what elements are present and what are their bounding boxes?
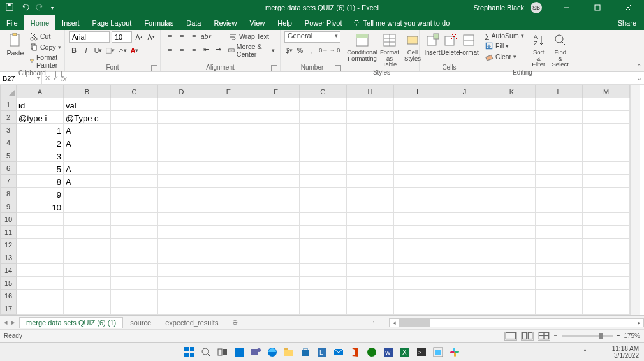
cell[interactable]: [394, 213, 441, 226]
font-name-combo[interactable]: [69, 31, 110, 43]
cell[interactable]: [252, 213, 300, 226]
cell[interactable]: [205, 277, 252, 290]
column-header[interactable]: I: [394, 85, 441, 98]
cell[interactable]: A: [64, 162, 111, 175]
cell[interactable]: [488, 136, 536, 149]
cell[interactable]: A: [64, 136, 111, 149]
cell[interactable]: [441, 188, 488, 200]
cell[interactable]: [252, 226, 300, 239]
underline-button[interactable]: U▾: [93, 45, 103, 55]
cell[interactable]: [205, 251, 252, 264]
sheet-nav-next-icon[interactable]: ▸: [11, 318, 15, 327]
cell[interactable]: [300, 124, 347, 136]
cell[interactable]: [111, 239, 158, 251]
cell[interactable]: [583, 111, 630, 124]
cell[interactable]: [205, 124, 252, 136]
cell[interactable]: [158, 277, 205, 290]
cell[interactable]: [347, 251, 394, 264]
cell[interactable]: [17, 251, 64, 264]
cell[interactable]: [64, 277, 111, 290]
align-left-icon[interactable]: ≡: [165, 44, 175, 54]
office-icon[interactable]: [349, 346, 361, 358]
fill-button[interactable]: Fill▾: [483, 41, 525, 51]
cell[interactable]: [441, 200, 488, 213]
cell[interactable]: [300, 149, 347, 162]
row-header[interactable]: 17: [1, 302, 17, 315]
user-name[interactable]: Stephanie Black: [474, 4, 525, 11]
cell[interactable]: [583, 302, 630, 315]
zoom-in-button[interactable]: +: [617, 332, 620, 339]
cut-button[interactable]: Cut: [28, 31, 62, 41]
cell[interactable]: [583, 188, 630, 200]
cell[interactable]: [252, 251, 300, 264]
cell[interactable]: [488, 149, 536, 162]
cell[interactable]: [536, 264, 583, 277]
cell[interactable]: [536, 200, 583, 213]
cell[interactable]: [488, 290, 536, 302]
row-header[interactable]: 7: [1, 175, 17, 188]
cell[interactable]: [441, 226, 488, 239]
taskview-icon[interactable]: [217, 346, 228, 358]
cell[interactable]: [441, 213, 488, 226]
minimize-button[interactable]: [555, 0, 579, 15]
cell[interactable]: [252, 175, 300, 188]
page-layout-view-icon[interactable]: [521, 332, 534, 341]
app-icon-3[interactable]: [366, 346, 377, 358]
cell[interactable]: [111, 251, 158, 264]
cell[interactable]: [394, 175, 441, 188]
cell[interactable]: [252, 124, 300, 136]
tab-formulas[interactable]: Formulas: [138, 15, 180, 30]
cell[interactable]: [205, 175, 252, 188]
cell[interactable]: [536, 290, 583, 302]
cell[interactable]: [488, 264, 536, 277]
cell[interactable]: [488, 124, 536, 136]
cell[interactable]: [347, 290, 394, 302]
cell[interactable]: [205, 188, 252, 200]
fx-icon[interactable]: fx: [61, 75, 67, 82]
cell[interactable]: [347, 264, 394, 277]
cell[interactable]: [394, 124, 441, 136]
share-button[interactable]: Share: [608, 15, 644, 30]
cell[interactable]: val: [64, 98, 111, 111]
cell[interactable]: [300, 302, 347, 315]
decrease-font-icon[interactable]: A▾: [146, 32, 156, 42]
cell[interactable]: [488, 162, 536, 175]
cell[interactable]: [300, 251, 347, 264]
cell[interactable]: [394, 226, 441, 239]
mail-icon[interactable]: [333, 346, 344, 358]
cell[interactable]: [17, 302, 64, 315]
cell[interactable]: [394, 290, 441, 302]
cell[interactable]: [347, 213, 394, 226]
clear-button[interactable]: Clear▾: [483, 52, 525, 62]
cell[interactable]: [347, 136, 394, 149]
cell[interactable]: [536, 136, 583, 149]
cell[interactable]: [158, 226, 205, 239]
cell[interactable]: [536, 162, 583, 175]
cell[interactable]: [205, 226, 252, 239]
cell[interactable]: 9: [17, 188, 64, 200]
cell[interactable]: [111, 213, 158, 226]
cell[interactable]: [536, 188, 583, 200]
cell[interactable]: [394, 98, 441, 111]
app-icon-1[interactable]: [233, 346, 245, 358]
cell[interactable]: [536, 226, 583, 239]
select-all-corner[interactable]: [1, 85, 17, 98]
cell[interactable]: [252, 277, 300, 290]
cell[interactable]: [347, 149, 394, 162]
cell[interactable]: [536, 239, 583, 251]
row-header[interactable]: 4: [1, 136, 17, 149]
cell[interactable]: [394, 277, 441, 290]
tray-chevron-icon[interactable]: ˄: [583, 348, 587, 355]
cell[interactable]: [536, 111, 583, 124]
cell[interactable]: [205, 200, 252, 213]
cell[interactable]: [252, 162, 300, 175]
cell[interactable]: [441, 136, 488, 149]
store-icon[interactable]: [300, 346, 311, 358]
cell[interactable]: [300, 200, 347, 213]
column-header[interactable]: J: [441, 85, 488, 98]
find-select-button[interactable]: Find & Select: [550, 31, 571, 69]
cell[interactable]: [441, 251, 488, 264]
font-color-button[interactable]: A▾: [129, 45, 140, 55]
row-header[interactable]: 11: [1, 226, 17, 239]
cell[interactable]: [252, 290, 300, 302]
